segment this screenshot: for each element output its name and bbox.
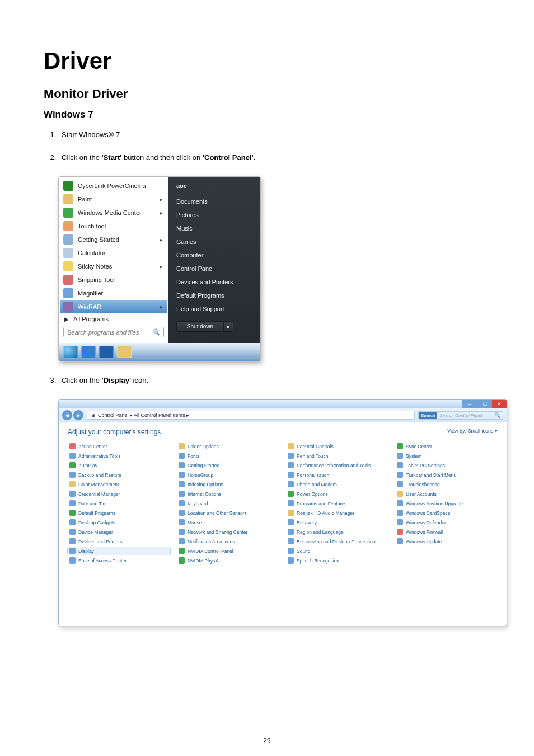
cp-item-label: RemoteApp and Desktop Connections xyxy=(297,539,378,544)
start-right-item[interactable]: Games xyxy=(176,235,255,248)
cp-item[interactable]: Default Programs xyxy=(68,509,170,516)
cp-item[interactable]: Color Management xyxy=(68,481,170,488)
start-left-item[interactable]: CyberLink PowerCinema xyxy=(60,179,167,192)
cp-item[interactable]: Recovery xyxy=(286,519,388,526)
cp-item-icon xyxy=(288,443,294,449)
cp-item[interactable]: AutoPlay xyxy=(68,462,170,469)
start-left-item[interactable]: Calculator xyxy=(60,246,167,260)
cp-item-label: Taskbar and Start Menu xyxy=(406,472,456,478)
cp-item[interactable]: Mouse xyxy=(177,519,279,526)
cp-item[interactable]: Administrative Tools xyxy=(68,452,170,459)
cp-item[interactable]: Device Manager xyxy=(68,528,170,536)
cp-item[interactable]: Pen and Touch xyxy=(286,452,388,459)
search-box[interactable]: Search Search Control Panel 🔍 xyxy=(418,411,503,420)
cp-item[interactable]: Realtek HD Audio Manager xyxy=(286,509,388,516)
cp-item[interactable]: User Accounts xyxy=(395,490,498,497)
cp-item[interactable]: NVIDIA Control Panel xyxy=(177,547,279,555)
start-right-item[interactable]: Help and Support xyxy=(176,302,255,316)
cp-item[interactable]: Programs and Features xyxy=(286,500,388,507)
all-programs[interactable]: ▶All Programs xyxy=(60,313,167,325)
cp-item[interactable]: Troubleshooting xyxy=(395,481,498,488)
cp-item-icon xyxy=(288,500,294,506)
start-right-item[interactable]: Documents xyxy=(176,195,255,208)
cp-item[interactable]: Indexing Options xyxy=(177,481,279,488)
cp-item[interactable]: Display xyxy=(68,547,170,555)
ie-icon[interactable] xyxy=(81,346,96,358)
cp-item[interactable]: Fonts xyxy=(177,452,279,459)
cp-item[interactable]: Power Options xyxy=(286,490,388,497)
cp-item[interactable]: Windows Defender xyxy=(395,519,498,526)
start-right-item[interactable]: Default Programs xyxy=(176,289,255,302)
cp-item[interactable]: Keyboard xyxy=(177,500,279,507)
explorer-icon[interactable] xyxy=(117,346,132,358)
cp-item-label: Performance Information and Tools xyxy=(297,463,371,468)
cp-item[interactable]: Network and Sharing Center xyxy=(177,528,279,536)
forward-icon[interactable]: ► xyxy=(73,410,83,420)
cp-item[interactable]: Taskbar and Start Menu xyxy=(395,471,498,478)
view-by[interactable]: View by: Small icons ▾ xyxy=(447,428,498,436)
start-right-item[interactable]: Music xyxy=(176,222,255,235)
cp-item[interactable]: Windows CardSpace xyxy=(395,509,498,516)
cp-item[interactable]: Folder Options xyxy=(177,443,279,450)
start-right-item[interactable]: Control Panel xyxy=(176,262,255,275)
cp-item[interactable]: Getting Started xyxy=(177,462,279,469)
cp-item[interactable]: Region and Language xyxy=(286,528,388,536)
cp-item[interactable]: Devices and Printers xyxy=(68,538,170,545)
cp-item[interactable]: HomeGroup xyxy=(177,471,279,478)
breadcrumb[interactable]: 🖥 Control Panel ▸ All Control Panel Item… xyxy=(87,411,415,420)
cp-item[interactable]: Notification Area Icons xyxy=(177,538,279,545)
cp-item[interactable]: RemoteApp and Desktop Connections xyxy=(286,538,388,545)
step-1: Start Windows® 7 xyxy=(58,130,490,139)
minimize-icon[interactable]: ─ xyxy=(462,400,477,408)
chevron-right-icon[interactable]: ▸ xyxy=(223,322,233,331)
start-left-item[interactable]: Snipping Tool xyxy=(60,273,167,287)
cp-item-icon xyxy=(397,538,403,544)
search-icon[interactable]: 🔍 xyxy=(492,412,503,418)
cp-item[interactable]: Personalization xyxy=(286,471,388,478)
cp-item-label: NVIDIA Control Panel xyxy=(188,548,233,554)
chevron-right-icon: ▸ xyxy=(160,196,163,203)
media-player-icon[interactable] xyxy=(99,346,114,358)
cp-item[interactable]: Backup and Restore xyxy=(68,471,170,478)
paint-icon xyxy=(63,194,73,204)
start-left-item[interactable]: Touch tool xyxy=(60,219,167,233)
cp-item[interactable]: Action Center xyxy=(68,443,170,450)
start-left-item[interactable]: Magnifier xyxy=(60,287,167,300)
cp-item[interactable]: Windows Firewall xyxy=(395,528,498,536)
back-icon[interactable]: ◄ xyxy=(62,410,72,420)
cp-item[interactable]: Ease of Access Center xyxy=(68,557,170,564)
cp-item[interactable]: Location and Other Sensors xyxy=(177,509,279,516)
cp-item[interactable]: Date and Time xyxy=(68,500,170,507)
cp-item[interactable]: Performance Information and Tools xyxy=(286,462,388,469)
start-right-item[interactable]: Devices and Printers xyxy=(176,275,255,289)
cp-item[interactable]: Sound xyxy=(286,547,388,555)
start-left-item[interactable]: Getting Started▸ xyxy=(60,233,167,246)
cp-item[interactable]: Phone and Modem xyxy=(286,481,388,488)
cp-item[interactable]: Tablet PC Settings xyxy=(395,462,498,469)
step-text-bold: 'Start' xyxy=(102,153,122,162)
cp-item[interactable]: System xyxy=(395,452,498,459)
shutdown-button[interactable]: Shut down ▸ xyxy=(176,321,233,332)
start-search[interactable]: Search programs and files🔍 xyxy=(63,327,164,337)
cp-item[interactable]: Windows Anytime Upgrade xyxy=(395,500,498,507)
cp-item[interactable]: Speech Recognition xyxy=(286,557,388,564)
start-left-item[interactable]: Sticky Notes▸ xyxy=(60,260,167,273)
cp-item[interactable]: Parental Controls xyxy=(286,443,388,450)
start-left-item[interactable]: Paint▸ xyxy=(60,192,167,206)
cp-item[interactable]: Desktop Gadgets xyxy=(68,519,170,526)
cp-item[interactable]: Credential Manager xyxy=(68,490,170,497)
start-item-label: Calculator xyxy=(78,250,106,256)
start-left-item[interactable]: WinRAR▸ xyxy=(60,300,167,313)
close-icon[interactable]: ✕ xyxy=(492,400,507,408)
cp-item[interactable]: Sync Center xyxy=(395,443,498,450)
start-right-item[interactable]: Pictures xyxy=(176,208,255,222)
maximize-icon[interactable]: ☐ xyxy=(477,400,492,408)
chevron-right-icon: ▸ xyxy=(160,236,163,243)
start-right-item[interactable]: Computer xyxy=(176,248,255,262)
start-orb-icon[interactable] xyxy=(63,346,78,358)
cp-item[interactable]: NVIDIA PhysX xyxy=(177,557,279,564)
cp-item-icon xyxy=(397,453,403,459)
cp-item[interactable]: Windows Update xyxy=(395,538,498,545)
start-left-item[interactable]: Windows Media Center▸ xyxy=(60,206,167,219)
cp-item[interactable]: Internet Options xyxy=(177,490,279,497)
